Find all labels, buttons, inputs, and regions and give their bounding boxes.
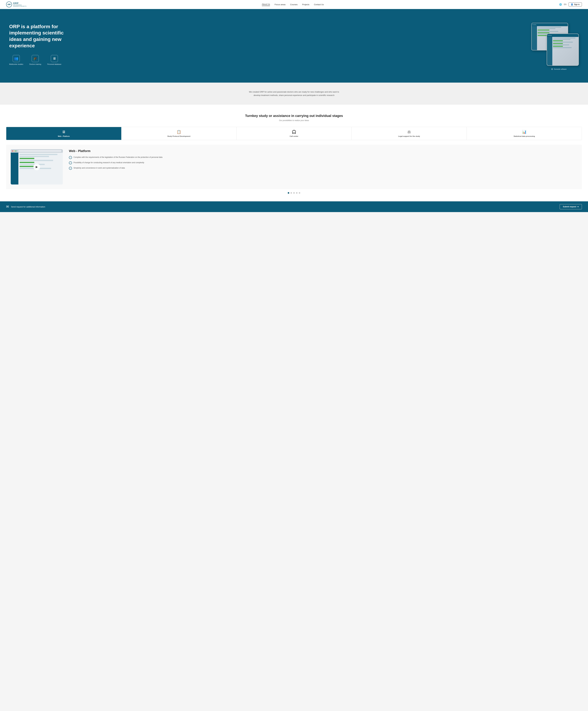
- hero-features: 👥 Multicenter studies 🎓 Doctors training…: [9, 55, 73, 65]
- browser-bar: [11, 149, 63, 153]
- hero-mockup: ⚙ Domestic software: [527, 23, 579, 66]
- header: ORP ORP ORTHOPAEDIC Research Projects Ab…: [0, 0, 588, 9]
- service-preview: ▶: [11, 149, 63, 185]
- tagline-section: We created ORP for active and passionate…: [0, 83, 588, 105]
- mockup-tablet: [547, 34, 579, 66]
- logo-circle: ORP: [6, 2, 12, 7]
- database-label: Personal database: [47, 63, 61, 65]
- language-selector[interactable]: EN: [564, 3, 567, 5]
- dot-1[interactable]: [288, 192, 289, 194]
- mockup-container: [527, 23, 579, 66]
- service-bullet-1: ✓ Complies with the requirements of the …: [69, 156, 577, 159]
- services-subtitle: Our possibilities to realize your ideas: [6, 120, 582, 122]
- call-center-icon: 🎧: [292, 130, 296, 134]
- nav-focus[interactable]: Focus areas: [275, 3, 286, 6]
- header-right: 🌐 EN 👤 Sign in: [559, 2, 582, 6]
- browser-dot-green: [15, 150, 16, 152]
- footer-cta: ✉ Send request for additional informatio…: [0, 201, 588, 212]
- nav-courses[interactable]: Courses: [290, 3, 297, 6]
- nav-about[interactable]: About Us: [262, 3, 270, 6]
- footer-cta-left: ✉ Send request for additional informatio…: [6, 205, 45, 209]
- service-bullet-2: ✓ Possibility of change for conducting r…: [69, 161, 577, 165]
- mail-icon: ✉: [6, 205, 9, 209]
- service-info-title: Web - Platform: [69, 149, 577, 153]
- logo-text: ORP ORTHOPAEDIC Research Projects: [13, 2, 26, 7]
- bullet-text-1: Complies with the requirements of the le…: [73, 156, 162, 158]
- feature-database: 🖥 Personal database: [47, 55, 61, 65]
- dot-3[interactable]: [293, 192, 295, 194]
- logo[interactable]: ORP ORP ORTHOPAEDIC Research Projects: [6, 2, 26, 7]
- call-center-label: Call center: [290, 135, 298, 137]
- globe-icon[interactable]: 🌐: [559, 3, 562, 6]
- hero-title: ORP is a platform for implementing scien…: [9, 23, 73, 49]
- pagination-dots: [6, 192, 582, 195]
- preview-main: [18, 153, 63, 185]
- play-button[interactable]: ▶: [33, 164, 40, 170]
- multicenter-label: Multicenter studies: [9, 63, 23, 65]
- legal-label: Legal support for the study: [398, 135, 420, 137]
- nav-contact[interactable]: Contact Us: [314, 3, 324, 6]
- services-tabs: 🖥 Web - Platform 📋 Study Protocol Develo…: [6, 127, 582, 140]
- bullet-check-2: ✓: [69, 161, 72, 165]
- protocol-icon: 📋: [177, 130, 181, 134]
- service-info: Web - Platform ✓ Complies with the requi…: [69, 149, 577, 172]
- nav-projects[interactable]: Projects: [302, 3, 309, 6]
- browser-dot-yellow: [14, 150, 15, 152]
- footer-cta-text: Send request for additional information: [11, 206, 45, 208]
- dot-5[interactable]: [299, 192, 300, 194]
- main-nav: About Us Focus areas Courses Projects Co…: [262, 3, 324, 6]
- logo-title: ORP: [13, 2, 26, 4]
- service-detail: ▶ Web - Platform ✓ Complies with the req…: [6, 145, 582, 189]
- domestic-software-label: ⚙ Domestic software: [551, 68, 567, 70]
- hero-section: ORP is a platform for implementing scien…: [0, 9, 588, 83]
- services-section: Turnkey study or assistance in carrying …: [0, 105, 588, 201]
- browser-url-bar: [18, 150, 62, 152]
- preview-sidebar: [11, 153, 18, 185]
- dot-2[interactable]: [291, 192, 292, 194]
- feature-training: 🎓 Doctors training: [29, 55, 41, 65]
- training-icon: 🎓: [32, 55, 39, 62]
- bullet-check-3: ✓: [69, 167, 72, 170]
- stats-icon: 📊: [522, 130, 527, 134]
- submit-arrow-icon: ➔: [577, 206, 579, 208]
- stats-label: Statistical data processing: [514, 135, 535, 137]
- multicenter-icon: 👥: [13, 55, 20, 62]
- browser-dot-red: [12, 150, 13, 152]
- bullet-text-3: Simplicity and convenience in work and s…: [73, 167, 125, 169]
- training-label: Doctors training: [29, 63, 41, 65]
- legal-icon: ⚖: [407, 130, 411, 134]
- web-platform-label: Web - Platform: [58, 135, 70, 137]
- signin-button[interactable]: 👤 Sign in: [569, 2, 582, 6]
- bullet-check-1: ✓: [69, 156, 72, 159]
- protocol-label: Study Protocol Development: [167, 135, 190, 137]
- database-icon: 🖥: [51, 55, 58, 62]
- signin-label: Sign in: [574, 3, 580, 5]
- tab-web-platform[interactable]: 🖥 Web - Platform: [6, 127, 121, 140]
- tab-stats[interactable]: 📊 Statistical data processing: [467, 127, 582, 140]
- service-bullet-3: ✓ Simplicity and convenience in work and…: [69, 167, 577, 170]
- submit-request-button[interactable]: Submit request ➔: [560, 204, 582, 209]
- submit-label: Submit request: [563, 206, 576, 208]
- tagline-text: We created ORP for active and passionate…: [248, 90, 340, 97]
- services-title: Turnkey study or assistance in carrying …: [6, 114, 582, 118]
- tab-call-center[interactable]: 🎧 Call center: [236, 127, 352, 140]
- feature-multicenter: 👥 Multicenter studies: [9, 55, 23, 65]
- user-icon: 👤: [571, 3, 573, 5]
- dot-4[interactable]: [296, 192, 297, 194]
- web-platform-icon: 🖥: [62, 130, 66, 134]
- domestic-text: Domestic software: [554, 68, 567, 70]
- tab-legal[interactable]: ⚖ Legal support for the study: [352, 127, 467, 140]
- logo-initials: ORP: [7, 3, 11, 5]
- bullet-text-2: Possibility of change for conducting res…: [73, 161, 144, 164]
- domestic-icon: ⚙: [551, 68, 553, 70]
- tab-protocol[interactable]: 📋 Study Protocol Development: [121, 127, 236, 140]
- logo-subtitle: ORTHOPAEDIC Research Projects: [13, 4, 26, 7]
- hero-content: ORP is a platform for implementing scien…: [9, 23, 73, 65]
